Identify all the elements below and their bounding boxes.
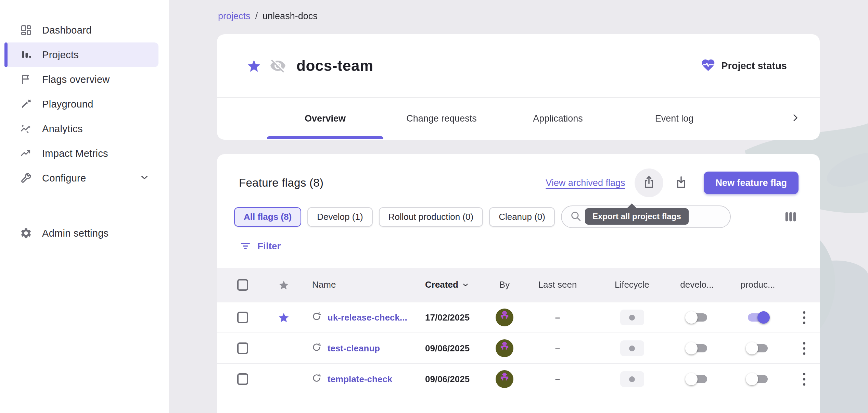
- row-favorite-star-icon[interactable]: [268, 311, 299, 324]
- column-header-created[interactable]: Created: [419, 279, 491, 290]
- import-flags-button[interactable]: [667, 168, 695, 197]
- flag-name-link[interactable]: uk-release-check...: [328, 312, 407, 323]
- sort-desc-icon: [462, 281, 469, 289]
- develop-toggle[interactable]: [687, 344, 707, 352]
- search-icon: [570, 210, 582, 223]
- chevron-right-icon[interactable]: [790, 112, 801, 125]
- sidebar-item-analytics[interactable]: Analytics: [4, 116, 158, 141]
- row-menu-kebab-icon[interactable]: [803, 342, 805, 355]
- tab-applications[interactable]: Applications: [500, 98, 616, 139]
- column-header-production: produc...: [727, 279, 789, 290]
- column-header-last-seen: Last seen: [518, 279, 597, 290]
- tab-label: Overview: [305, 113, 346, 124]
- tab-overview[interactable]: Overview: [267, 98, 383, 139]
- row-checkbox[interactable]: [237, 373, 248, 385]
- chip-rollout-production[interactable]: Rollout production (0): [379, 207, 483, 227]
- production-toggle[interactable]: [748, 344, 768, 352]
- table-header-row: Name Created By Last seen Lifecycle deve…: [217, 268, 820, 302]
- lifecycle-stage-badge[interactable]: [620, 340, 644, 356]
- sidebar-item-admin-settings[interactable]: Admin settings: [4, 221, 158, 246]
- flag-name-link[interactable]: test-cleanup: [328, 343, 380, 354]
- trending-up-icon: [20, 147, 33, 160]
- row-menu-kebab-icon[interactable]: [803, 373, 805, 386]
- sidebar-footer: Admin settings: [4, 221, 158, 246]
- project-title-row: docs-team Project status: [217, 34, 820, 98]
- sidebar-item-flags-overview[interactable]: Flags overview: [4, 67, 158, 92]
- lifecycle-dot-icon: [629, 315, 635, 321]
- sidebar-item-impact-metrics[interactable]: Impact Metrics: [4, 141, 158, 166]
- column-header-develop: develo...: [667, 279, 727, 290]
- lifecycle-sync-icon: [311, 342, 322, 355]
- sidebar-item-label: Dashboard: [42, 25, 92, 36]
- lifecycle-stage-badge[interactable]: [620, 371, 644, 387]
- last-seen-value: –: [518, 374, 597, 385]
- filter-icon: [240, 240, 251, 253]
- created-date: 17/02/2025: [419, 312, 491, 323]
- project-tabs: Overview Change requests Applications Ev…: [217, 98, 820, 139]
- export-flags-button[interactable]: [635, 168, 663, 197]
- main-content: projects / unleash-docs docs-team: [169, 0, 868, 413]
- sidebar-item-playground[interactable]: Playground: [4, 92, 158, 116]
- production-toggle[interactable]: [748, 313, 768, 322]
- sidebar-item-label: Impact Metrics: [42, 148, 108, 159]
- feature-flags-table: Name Created By Last seen Lifecycle deve…: [217, 268, 820, 394]
- column-header-name: Name: [299, 279, 419, 290]
- row-checkbox[interactable]: [237, 312, 248, 323]
- tab-event-log[interactable]: Event log: [616, 98, 732, 139]
- heart-pulse-icon: [701, 58, 716, 74]
- column-header-lifecycle: Lifecycle: [597, 279, 667, 290]
- created-date: 09/06/2025: [419, 343, 491, 354]
- eye-off-icon: [270, 58, 286, 74]
- sidebar-item-label: Projects: [42, 49, 79, 61]
- favorite-star-icon[interactable]: [246, 58, 262, 74]
- project-title: docs-team: [296, 57, 373, 74]
- sidebar-item-label: Flags overview: [42, 74, 110, 85]
- last-seen-value: –: [518, 343, 597, 354]
- projects-icon: [20, 48, 33, 61]
- avatar: [491, 339, 518, 357]
- chip-develop[interactable]: Develop (1): [307, 207, 372, 227]
- columns-button[interactable]: [783, 209, 799, 225]
- sidebar-item-dashboard[interactable]: Dashboard: [4, 18, 158, 42]
- column-header-label: Created: [425, 279, 458, 290]
- chip-label: Rollout production (0): [388, 212, 474, 222]
- develop-toggle[interactable]: [687, 375, 707, 383]
- avatar: [491, 370, 518, 388]
- breadcrumb-current: unleash-docs: [263, 11, 318, 22]
- lifecycle-dot-icon: [629, 346, 635, 351]
- row-menu-kebab-icon[interactable]: [803, 311, 805, 324]
- lifecycle-sync-icon: [311, 311, 322, 324]
- analytics-icon: [20, 122, 33, 135]
- avatar: [491, 309, 518, 326]
- row-checkbox[interactable]: [237, 342, 248, 354]
- flag-filter-chips: All flags (8) Develop (1) Rollout produc…: [234, 205, 799, 228]
- gear-icon: [20, 227, 33, 240]
- flags-header: Feature flags (8) View archived flags: [217, 154, 820, 197]
- sidebar-item-label: Playground: [42, 99, 93, 110]
- project-header-card: docs-team Project status Overview: [217, 34, 820, 140]
- select-all-checkbox[interactable]: [237, 279, 248, 291]
- lifecycle-dot-icon: [629, 376, 635, 382]
- project-status-button[interactable]: Project status: [701, 58, 787, 74]
- lifecycle-stage-badge[interactable]: [620, 310, 644, 325]
- tab-label: Change requests: [406, 113, 477, 124]
- production-toggle[interactable]: [748, 375, 768, 383]
- sidebar-item-configure[interactable]: Configure: [4, 166, 158, 190]
- filter-button[interactable]: Filter: [240, 240, 820, 253]
- wand-icon: [20, 98, 33, 111]
- breadcrumb-projects-link[interactable]: projects: [218, 11, 251, 22]
- sidebar-item-label: Configure: [42, 173, 86, 184]
- project-status-label: Project status: [721, 60, 787, 72]
- tab-change-requests[interactable]: Change requests: [383, 98, 500, 139]
- new-feature-flag-button[interactable]: New feature flag: [704, 172, 799, 194]
- table-row: template-check 09/06/2025: [217, 363, 820, 394]
- develop-toggle[interactable]: [687, 313, 707, 322]
- export-tooltip: Export all project flags: [585, 208, 689, 225]
- flag-name-link[interactable]: template-check: [328, 374, 392, 385]
- flags-section-title: Feature flags (8): [239, 176, 323, 189]
- view-archived-flags-link[interactable]: View archived flags: [546, 178, 625, 188]
- sidebar-item-projects[interactable]: Projects: [4, 42, 158, 67]
- chip-label: All flags (8): [244, 212, 292, 222]
- chip-cleanup[interactable]: Cleanup (0): [489, 207, 555, 227]
- chip-all-flags[interactable]: All flags (8): [234, 207, 301, 227]
